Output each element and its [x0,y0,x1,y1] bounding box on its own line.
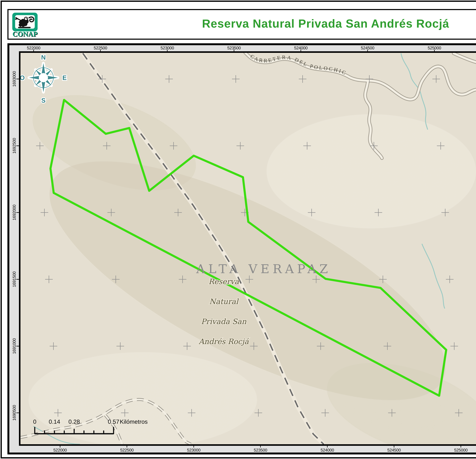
grid-label [434,50,435,51]
grid-label [460,446,461,448]
grid-label: 523500 [250,448,271,452]
logo-text: CONAP [12,30,37,38]
grid-label [16,346,19,346]
grid-label: 1692500 [12,135,17,156]
grid-label [301,50,301,51]
scale-014: 0.14 [49,418,60,425]
grid-label: 1693000 [12,68,17,90]
grid-label: 1692000 [12,202,17,223]
compass-s: S [41,97,45,104]
grid-label [367,50,368,51]
map-sheet: { "header": { "title": "Reserva Natural … [0,0,476,459]
grid-label [16,79,19,79]
compass-e: E [62,74,67,81]
grid-label: 1690500 [12,402,17,423]
grid-label [260,446,261,448]
grid-label: 524500 [383,448,405,452]
grid-label: 522500 [116,448,137,452]
svg-text:Reserva: Reserva [209,277,239,286]
grid-label [127,446,127,448]
grid-label: 522000 [50,448,70,452]
grid-label [16,145,19,146]
grid-label [100,50,101,51]
grid-label [234,50,234,51]
scale-unit: Kilómetros [120,418,148,425]
map-frame: 5220005220005225005225005230005230005235… [8,43,476,454]
grid-label: 1691500 [12,269,17,290]
grid-label [394,446,394,448]
grid-label [33,50,34,51]
scale-057: 0.57 [108,418,119,425]
svg-text:Andrés Rocjá: Andrés Rocjá [199,337,249,346]
header: CONAP CONAP Reserva Natural Privada San … [8,9,476,40]
scale-0: 0 [33,418,36,425]
grid-label [16,279,19,280]
svg-text:Privada San: Privada San [201,317,246,326]
page-title: Reserva Natural Privada San Andrés Rocjá [8,17,476,30]
department-label: ALTA VERAPAZ [196,262,331,276]
topographic-map: ALTA VERAPAZ Reserva Natural Privada San… [20,53,476,444]
grid-label: 1691000 [12,336,17,357]
grid-label [167,50,168,51]
map-canvas: ALTA VERAPAZ Reserva Natural Privada San… [19,51,476,446]
svg-text:Natural: Natural [209,297,239,306]
scale-028: 0.28 [68,418,80,425]
grid-label [16,413,19,413]
grid-label: 523000 [183,448,204,452]
grid-label [16,212,19,213]
grid-label [194,446,194,448]
grid-label: 525000 [450,448,471,452]
grid-label: 524000 [317,448,338,452]
compass-n: N [41,54,46,61]
grid-label [327,446,328,448]
grid-label [60,446,60,448]
compass-o: O [20,74,25,81]
